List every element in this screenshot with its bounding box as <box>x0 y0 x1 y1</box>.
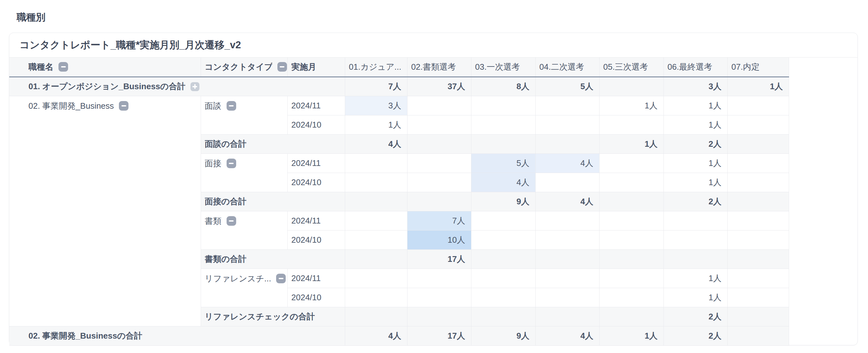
collapse-button[interactable] <box>277 62 287 71</box>
month-cell: 2024/10 <box>287 173 345 192</box>
table-row-total: 02. 事業開発_Businessの合計4人17人9人4人1人2人 <box>9 326 789 345</box>
pivot-table: 職種名コンタクトタイプ実施月01.カジュア...02.書類選考03.一次選考04… <box>9 58 789 346</box>
value-cell <box>599 249 663 269</box>
value-column-header: 07.内定 <box>727 58 789 77</box>
value-cell: 4人 <box>345 134 407 153</box>
value-cell <box>535 249 599 269</box>
value-cell: 1人 <box>599 326 663 345</box>
subtotal-label: 面談の合計 <box>201 134 345 153</box>
value-cell: 1人 <box>663 269 727 288</box>
value-cell <box>535 173 599 192</box>
value-cell <box>727 134 789 153</box>
value-cell <box>599 269 663 288</box>
report-title: コンタクトレポート_職種*実施月別_月次遷移_v2 <box>9 33 858 58</box>
value-cell: 8人 <box>471 77 535 96</box>
value-cell: 4人 <box>345 326 407 345</box>
value-cell: 1人 <box>663 96 727 115</box>
value-cell <box>407 269 471 288</box>
value-cell <box>471 249 535 269</box>
collapse-button[interactable] <box>226 158 236 168</box>
value-cell: 17人 <box>407 249 471 269</box>
expand-button[interactable] <box>190 82 199 91</box>
value-cell <box>535 307 599 326</box>
value-cell <box>407 153 471 173</box>
collapse-button[interactable] <box>226 216 236 226</box>
cell-text: 02. 事業開発_Businessの合計 <box>28 330 142 342</box>
month-cell: 2024/10 <box>287 115 345 134</box>
value-cell <box>407 173 471 192</box>
collapse-button[interactable] <box>119 101 128 111</box>
value-cell: 9人 <box>471 326 535 345</box>
value-column-header: 06.最終選考 <box>663 58 727 77</box>
value-cell: 2人 <box>663 326 727 345</box>
table-row-month: 02. 事業開発_Business面談2024/113人1人1人 <box>9 96 789 115</box>
value-cell <box>407 115 471 134</box>
value-cell: 17人 <box>407 326 471 345</box>
value-cell: 4人 <box>535 153 599 173</box>
value-cell <box>345 153 407 173</box>
value-cell <box>535 134 599 153</box>
value-cell <box>727 153 789 173</box>
value-cell <box>471 288 535 307</box>
value-cell <box>345 288 407 307</box>
value-column-header: 01.カジュア... <box>345 58 407 77</box>
group-total-label: 01. オープンポジション_Businessの合計 <box>9 77 345 96</box>
contact-type-cell: 面接 <box>201 153 287 192</box>
contact-type-cell: 書類 <box>201 211 287 249</box>
value-cell <box>727 249 789 269</box>
value-cell <box>535 115 599 134</box>
value-cell: 1人 <box>345 115 407 134</box>
value-cell <box>599 230 663 249</box>
month-cell: 2024/11 <box>287 211 345 230</box>
value-cell <box>727 115 789 134</box>
value-cell <box>345 211 407 230</box>
value-cell <box>663 230 727 249</box>
collapse-button[interactable] <box>226 101 236 111</box>
cell-text: リファレンスチェックの合計 <box>205 311 315 322</box>
value-cell <box>471 230 535 249</box>
value-cell <box>471 115 535 134</box>
value-cell: 4人 <box>535 326 599 345</box>
value-cell: 7人 <box>345 77 407 96</box>
value-cell <box>535 96 599 115</box>
value-cell: 1人 <box>599 96 663 115</box>
value-cell <box>407 307 471 326</box>
value-column-header: 03.一次選考 <box>471 58 535 77</box>
value-cell: 10人 <box>407 230 471 249</box>
value-cell <box>345 173 407 192</box>
value-cell <box>471 307 535 326</box>
subtotal-label: 面接の合計 <box>201 192 345 211</box>
cell-text: 面接 <box>205 158 221 169</box>
value-cell <box>663 211 727 230</box>
header-row: 職種名コンタクトタイプ実施月01.カジュア...02.書類選考03.一次選考04… <box>9 58 789 77</box>
value-cell: 4人 <box>471 173 535 192</box>
pivot-table-body: 01. オープンポジション_Businessの合計7人37人8人5人3人1人02… <box>9 77 789 345</box>
group-column-header: 実施月 <box>287 58 345 77</box>
pivot-table-header: 職種名コンタクトタイプ実施月01.カジュア...02.書類選考03.一次選考04… <box>9 58 789 77</box>
value-cell <box>599 153 663 173</box>
value-cell: 5人 <box>471 153 535 173</box>
value-cell: 2人 <box>663 307 727 326</box>
value-cell: 1人 <box>663 173 727 192</box>
cell-text: 面接の合計 <box>205 196 247 207</box>
cell-text: 書類 <box>205 215 221 227</box>
value-column-header: 02.書類選考 <box>407 58 471 77</box>
page-title: 職種別 <box>17 11 45 24</box>
cell-text: 書類の合計 <box>205 254 247 265</box>
value-cell: 1人 <box>663 153 727 173</box>
month-cell: 2024/10 <box>287 288 345 307</box>
value-cell <box>727 192 789 211</box>
value-cell <box>345 192 407 211</box>
collapse-button[interactable] <box>59 62 68 71</box>
cell-text: 実施月 <box>291 61 316 72</box>
value-cell <box>599 192 663 211</box>
value-cell <box>727 307 789 326</box>
value-cell <box>535 211 599 230</box>
value-cell: 1人 <box>599 134 663 153</box>
cell-text: 職種名 <box>28 61 53 72</box>
value-cell <box>599 115 663 134</box>
value-cell <box>599 307 663 326</box>
value-cell <box>599 77 663 96</box>
collapse-button[interactable] <box>276 274 286 283</box>
subtotal-label: 書類の合計 <box>201 249 345 269</box>
